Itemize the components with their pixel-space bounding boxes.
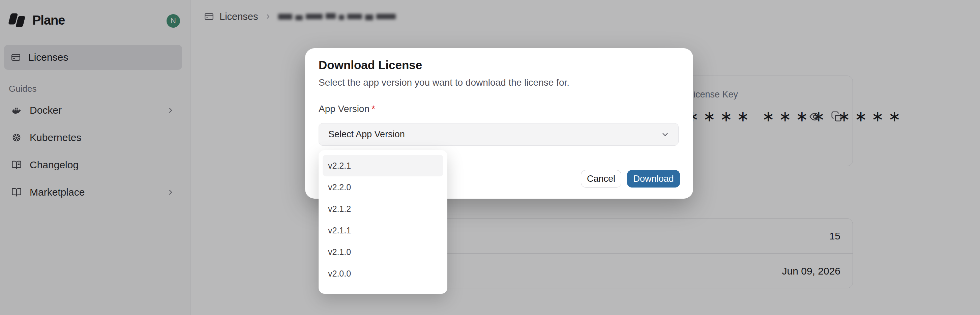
modal-title: Download License [318,58,422,72]
modal-subtitle: Select the app version you want to downl… [318,77,570,88]
download-button[interactable]: Download [627,170,680,188]
select-placeholder: Select App Version [328,129,405,140]
dropdown-option[interactable]: v2.2.0 [323,177,443,198]
dropdown-option[interactable]: v2.1.2 [323,198,443,220]
app-version-field-label: App Version* [318,103,375,115]
dropdown-option[interactable]: v2.1.0 [323,241,443,263]
cancel-button[interactable]: Cancel [581,170,621,188]
dropdown-option[interactable]: v2.0.0 [323,263,443,284]
app-version-dropdown: v2.2.1 v2.2.0 v2.1.2 v2.1.1 v2.1.0 v2.0.… [318,150,447,294]
required-asterisk: * [372,103,375,114]
dropdown-option[interactable]: v2.1.1 [323,220,443,241]
chevron-down-icon [661,130,670,139]
dropdown-option[interactable]: v2.2.1 [323,155,443,177]
app-version-select[interactable]: Select App Version [318,123,679,146]
